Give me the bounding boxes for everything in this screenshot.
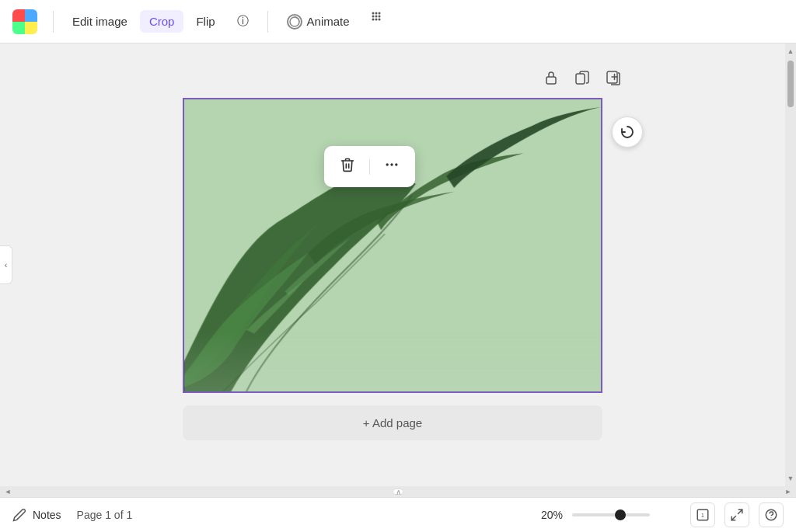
app-logo [12,9,37,34]
lock-button[interactable] [539,65,564,90]
trash-icon [340,157,355,172]
main-area: ‹ [0,43,796,486]
crop-label: Crop [149,15,175,28]
svg-rect-3 [25,22,37,34]
info-button[interactable]: ⓘ [228,9,258,33]
rotate-icon [620,124,635,140]
h-scroll-track: ∧ [14,486,782,497]
more-actions-button[interactable] [381,154,403,179]
svg-point-19 [386,163,389,165]
help-icon [764,508,778,522]
svg-point-20 [390,163,393,165]
svg-point-8 [372,16,374,18]
page-view-button[interactable]: 1 [690,502,715,527]
context-menu-divider [369,159,370,175]
lock-icon [543,70,559,85]
pencil-icon [12,508,26,522]
svg-rect-15 [576,74,585,84]
add-page-icon-button[interactable] [601,65,626,90]
fullscreen-icon [730,508,744,522]
svg-rect-2 [12,22,25,34]
svg-rect-0 [12,9,25,22]
toolbar: Edit image Crop Flip ⓘ Animate [0,0,796,43]
svg-point-7 [378,12,380,15]
svg-point-12 [375,19,377,21]
right-scrollbar: ▲ ▼ [785,43,796,486]
zoom-value: 20% [532,509,563,521]
svg-rect-14 [546,77,556,84]
svg-text:1: 1 [701,513,704,518]
flip-label: Flip [196,15,215,28]
rotate-button[interactable] [612,116,643,148]
more-horizontal-icon [384,157,400,172]
svg-rect-18 [185,330,600,391]
status-bar: Notes Page 1 of 1 20% 1 [0,497,796,532]
animate-label: Animate [307,15,350,28]
page-icon: 1 [696,508,710,522]
more-options-button[interactable] [362,5,396,37]
duplicate-icon [574,70,590,85]
scroll-thumb[interactable] [787,61,794,107]
delete-button[interactable] [337,154,358,179]
notes-label: Notes [33,509,61,521]
add-icon [606,70,621,85]
page-indicator: Page 1 of 1 [77,509,133,521]
grid-dots-icon [370,10,389,29]
svg-point-10 [378,16,380,18]
canvas-area: + Add page [0,43,785,486]
notes-button[interactable]: Notes [12,508,61,522]
edit-image-label: Edit image [72,15,127,28]
duplicate-button[interactable] [570,65,595,90]
add-page-button[interactable]: + Add page [183,405,602,440]
canvas-wrapper: + Add page [183,98,602,440]
crop-button[interactable]: Crop [140,10,184,33]
animate-button[interactable]: Animate [278,9,359,34]
design-canvas[interactable] [183,98,602,393]
fullscreen-button[interactable] [724,502,749,527]
svg-point-9 [375,16,377,18]
add-page-label: + Add page [363,416,422,429]
animate-icon [287,14,302,30]
info-icon: ⓘ [237,14,249,29]
leaf-image [184,99,601,391]
help-button[interactable] [759,502,784,527]
scroll-track [785,110,796,472]
zoom-thumb[interactable] [615,509,626,520]
svg-point-5 [372,12,374,15]
toolbar-divider-1 [53,11,54,33]
zoom-slider[interactable] [572,513,650,516]
scroll-up-button[interactable]: ▲ [785,45,796,57]
svg-line-24 [738,509,742,513]
scroll-right-button[interactable]: ► [782,486,794,497]
h-scroll-thumb[interactable]: ∧ [393,489,403,495]
svg-rect-1 [25,9,37,22]
bottom-scrollbar: ◄ ∧ ► [0,486,796,497]
scroll-left-button[interactable]: ◄ [2,486,14,497]
svg-line-25 [731,516,735,520]
canvas-top-icons [539,65,626,90]
flip-button[interactable]: Flip [187,10,224,33]
svg-point-27 [770,517,771,518]
svg-point-21 [395,163,397,165]
svg-point-6 [375,12,377,15]
edit-image-button[interactable]: Edit image [63,10,137,33]
context-menu [324,146,415,187]
left-panel-toggle[interactable]: ‹ [0,245,12,284]
zoom-slider-wrapper [572,513,681,516]
svg-point-11 [372,19,374,21]
scroll-down-button[interactable]: ▼ [785,472,796,485]
toolbar-divider-2 [267,11,268,33]
svg-point-13 [378,19,380,21]
